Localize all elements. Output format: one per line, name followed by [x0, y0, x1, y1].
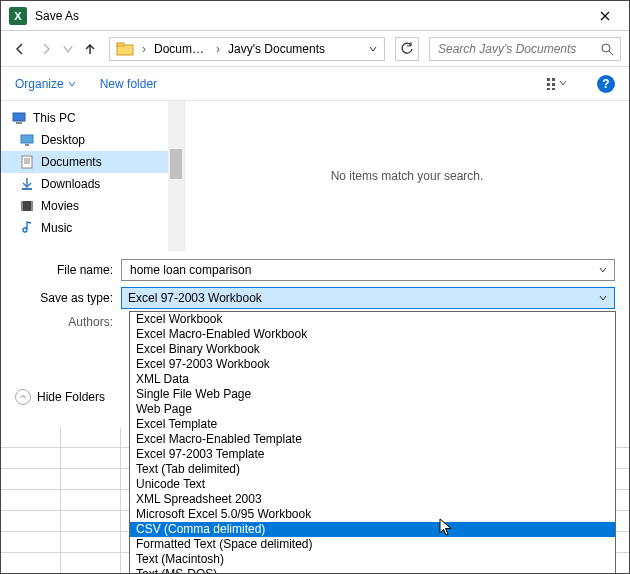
movies-icon	[19, 198, 35, 214]
up-button[interactable]	[79, 38, 101, 60]
tree-item-label: Downloads	[41, 177, 100, 191]
breadcrumb-item-2[interactable]: Javy's Documents	[224, 42, 329, 56]
search-box[interactable]	[429, 37, 621, 61]
close-icon	[600, 11, 610, 21]
type-option[interactable]: Excel Template	[130, 417, 615, 432]
svg-point-2	[602, 44, 610, 52]
type-option[interactable]: Web Page	[130, 402, 615, 417]
type-option[interactable]: Formatted Text (Space delimited)	[130, 537, 615, 552]
type-option[interactable]: XML Data	[130, 372, 615, 387]
arrow-right-icon	[39, 42, 53, 56]
pc-icon	[11, 110, 27, 126]
desktop-icon	[19, 132, 35, 148]
back-button[interactable]	[9, 38, 31, 60]
tree-item-movies[interactable]: Movies	[1, 195, 184, 217]
svg-rect-4	[547, 83, 550, 86]
breadcrumb-item-1[interactable]: Docume...	[150, 42, 212, 56]
type-option[interactable]: Unicode Text	[130, 477, 615, 492]
type-option[interactable]: Excel Macro-Enabled Template	[130, 432, 615, 447]
type-option[interactable]: Excel Binary Workbook	[130, 342, 615, 357]
tree-item-label: Desktop	[41, 133, 85, 147]
refresh-icon	[400, 42, 414, 56]
search-input[interactable]	[436, 41, 600, 57]
svg-rect-5	[547, 88, 550, 90]
saveastype-value: Excel 97-2003 Workbook	[128, 291, 262, 305]
help-button[interactable]: ?	[597, 75, 615, 93]
close-button[interactable]	[589, 5, 621, 27]
type-option[interactable]: Microsoft Excel 5.0/95 Workbook	[130, 507, 615, 522]
svg-rect-12	[25, 144, 29, 146]
documents-icon	[19, 154, 35, 170]
chevron-down-icon	[368, 44, 378, 54]
tree-scrollbar[interactable]	[168, 101, 184, 251]
mouse-cursor	[439, 518, 455, 538]
tree-scrollbar-thumb[interactable]	[170, 149, 182, 179]
type-option[interactable]: Text (Tab delimited)	[130, 462, 615, 477]
type-option[interactable]: CSV (Comma delimited)	[130, 522, 615, 537]
type-option[interactable]: Excel 97-2003 Workbook	[130, 357, 615, 372]
svg-rect-17	[31, 201, 33, 211]
type-option[interactable]: Excel 97-2003 Template	[130, 447, 615, 462]
breadcrumb-dropdown[interactable]	[364, 44, 382, 54]
hide-folders-button[interactable]: Hide Folders	[15, 389, 105, 405]
saveastype-field[interactable]: Excel 97-2003 Workbook	[121, 287, 615, 309]
chevron-down-icon	[61, 42, 75, 56]
content-area: This PC DesktopDocumentsDownloadsMoviesM…	[1, 101, 629, 251]
refresh-button[interactable]	[395, 37, 419, 61]
tree-item-label: Music	[41, 221, 72, 235]
svg-rect-3	[547, 78, 550, 81]
svg-rect-1	[117, 43, 124, 46]
breadcrumb-sep[interactable]: ›	[138, 42, 150, 56]
chevron-down-icon	[598, 265, 608, 275]
authors-label: Authors:	[15, 315, 121, 329]
filename-label: File name:	[15, 263, 121, 277]
window-title: Save As	[35, 9, 589, 23]
title-bar: X Save As	[1, 1, 629, 31]
breadcrumb[interactable]: › Docume... › Javy's Documents	[109, 37, 385, 61]
tree-root-label: This PC	[33, 111, 76, 125]
svg-rect-8	[552, 88, 555, 90]
svg-rect-10	[16, 122, 22, 124]
file-list-empty: No items match your search.	[185, 101, 629, 251]
view-options-button[interactable]	[539, 73, 573, 95]
search-icon	[600, 42, 614, 56]
nav-tree: This PC DesktopDocumentsDownloadsMoviesM…	[1, 101, 185, 251]
folder-icon	[116, 41, 134, 57]
organize-label: Organize	[15, 77, 64, 91]
save-as-dialog: X Save As › Docume... › Javy's Documents	[0, 0, 630, 574]
arrow-left-icon	[13, 42, 27, 56]
saveastype-label: Save as type:	[15, 291, 121, 305]
tree-item-documents[interactable]: Documents	[1, 151, 184, 173]
recent-button[interactable]	[61, 38, 75, 60]
tree-item-label: Movies	[41, 199, 79, 213]
music-icon	[19, 220, 35, 236]
excel-icon: X	[9, 7, 27, 25]
svg-rect-7	[552, 83, 555, 86]
tree-root-thispc[interactable]: This PC	[1, 107, 184, 129]
organize-button[interactable]: Organize	[15, 77, 76, 91]
type-option[interactable]: Text (Macintosh)	[130, 552, 615, 567]
breadcrumb-sep[interactable]: ›	[212, 42, 224, 56]
svg-rect-13	[22, 156, 32, 168]
type-option[interactable]: XML Spreadsheet 2003	[130, 492, 615, 507]
downloads-icon	[19, 176, 35, 192]
type-option[interactable]: Single File Web Page	[130, 387, 615, 402]
filename-input[interactable]	[128, 262, 598, 278]
tree-item-downloads[interactable]: Downloads	[1, 173, 184, 195]
chevron-down-icon	[598, 293, 608, 303]
svg-rect-9	[13, 113, 25, 121]
tree-item-desktop[interactable]: Desktop	[1, 129, 184, 151]
arrow-up-icon	[83, 42, 97, 56]
filename-field[interactable]	[121, 259, 615, 281]
type-option[interactable]: Excel Macro-Enabled Workbook	[130, 327, 615, 342]
new-folder-button[interactable]: New folder	[100, 77, 157, 91]
saveastype-dropdown[interactable]: Excel WorkbookExcel Macro-Enabled Workbo…	[129, 311, 616, 574]
type-option[interactable]: Text (MS-DOS)	[130, 567, 615, 574]
chevron-down-icon	[68, 80, 76, 88]
svg-rect-6	[552, 78, 555, 81]
tree-item-music[interactable]: Music	[1, 217, 184, 239]
type-option[interactable]: Excel Workbook	[130, 312, 615, 327]
tree-item-label: Documents	[41, 155, 102, 169]
svg-rect-11	[21, 135, 33, 143]
toolbar: Organize New folder ?	[1, 67, 629, 101]
